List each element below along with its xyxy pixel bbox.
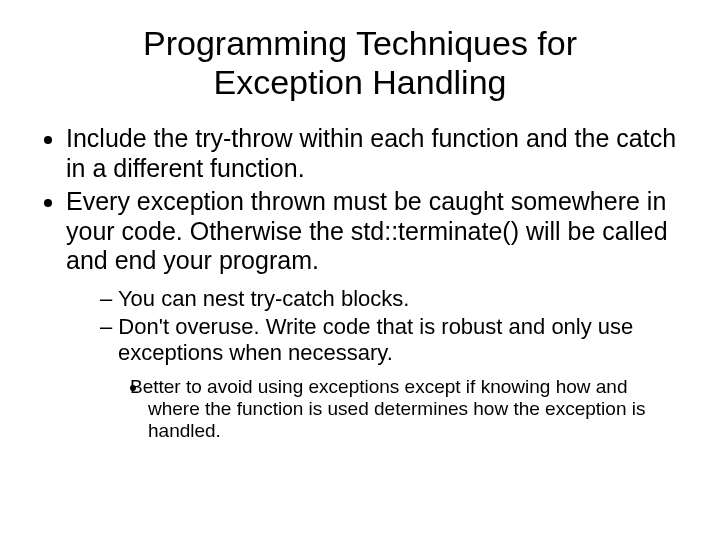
bullet-list-level3: Better to avoid using exceptions except …	[118, 376, 684, 443]
list-item: Include the try-throw within each functi…	[66, 124, 684, 183]
list-item-text: Don't overuse. Write code that is robust…	[118, 314, 633, 365]
list-item: Better to avoid using exceptions except …	[148, 376, 684, 443]
list-item: You can nest try-catch blocks.	[100, 286, 684, 312]
list-item: Every exception thrown must be caught so…	[66, 187, 684, 443]
bullet-list-level2: You can nest try-catch blocks. Don't ove…	[66, 286, 684, 443]
slide-title: Programming Techniques for Exception Han…	[116, 24, 604, 102]
bullet-list-level1: Include the try-throw within each functi…	[36, 124, 684, 443]
list-item-text: Every exception thrown must be caught so…	[66, 187, 668, 274]
slide: Programming Techniques for Exception Han…	[0, 0, 720, 540]
list-item: Don't overuse. Write code that is robust…	[100, 314, 684, 443]
